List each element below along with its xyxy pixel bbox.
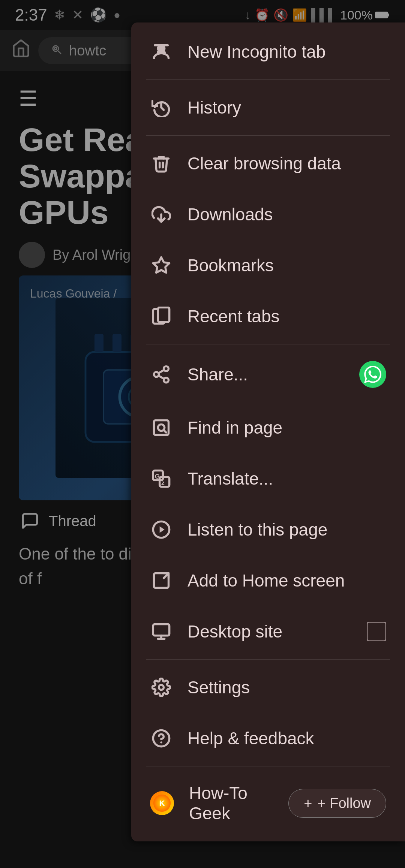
share-label: Share... [188,364,344,385]
divider-after-help [146,766,390,766]
dropdown-menu: New Incognito tab History Clear browsing… [131,22,405,841]
svg-rect-36 [153,624,169,636]
whatsapp-extra [359,361,386,388]
listen-label: Listen to this page [188,519,386,540]
divider-after-desktop [146,659,390,660]
bookmarks-label: Bookmarks [188,255,386,275]
menu-item-new-incognito-tab[interactable]: New Incognito tab [131,26,405,77]
help-icon [150,727,172,750]
history-icon [150,96,172,119]
recent-tabs-icon [150,305,172,328]
svg-line-23 [159,376,164,379]
divider-after-incognito [146,79,390,80]
svg-text:K: K [159,799,165,807]
incognito-icon [150,40,172,63]
help-feedback-label: Help & feedback [188,728,386,748]
svg-text:z: z [161,479,165,486]
add-home-label: Add to Home screen [188,570,386,591]
menu-item-clear-browsing-data[interactable]: Clear browsing data [131,138,405,189]
follow-button-container: + + Follow [288,789,386,818]
find-in-page-label: Find in page [188,418,386,438]
recent-tabs-label: Recent tabs [188,306,386,326]
svg-line-24 [159,370,164,373]
svg-rect-19 [158,307,169,322]
settings-label: Settings [188,677,386,697]
menu-item-listen[interactable]: Listen to this page [131,504,405,555]
history-label: History [188,97,386,118]
menu-item-recent-tabs[interactable]: Recent tabs [131,291,405,342]
svg-point-39 [159,685,164,690]
desktop-site-label: Desktop site [188,621,352,642]
translate-icon: G z [150,467,172,490]
add-home-icon [150,569,172,592]
menu-item-how-to-geek[interactable]: K How-To Geek + + Follow [131,769,405,838]
menu-item-bookmarks[interactable]: Bookmarks [131,240,405,291]
follow-button[interactable]: + + Follow [288,789,386,818]
listen-icon [150,518,172,541]
menu-item-share[interactable]: Share... [131,347,405,402]
menu-item-find-in-page[interactable]: Find in page [131,402,405,453]
divider-after-history [146,135,390,136]
share-icon [150,363,172,386]
star-icon [150,254,172,277]
menu-item-add-home[interactable]: Add to Home screen [131,555,405,606]
new-incognito-tab-label: New Incognito tab [188,42,386,62]
menu-item-desktop-site[interactable]: Desktop site [131,606,405,657]
trash-icon [150,152,172,175]
svg-marker-17 [153,257,169,272]
svg-marker-33 [160,526,165,533]
desktop-icon [150,620,172,643]
downloads-label: Downloads [188,204,386,224]
svg-line-27 [164,430,166,433]
how-to-geek-label: How-To Geek [189,783,273,823]
follow-label: + Follow [317,795,371,811]
download-icon [150,203,172,226]
menu-item-help-feedback[interactable]: Help & feedback [131,713,405,764]
menu-item-history[interactable]: History [131,82,405,133]
follow-plus-icon: + [304,795,312,811]
menu-item-downloads[interactable]: Downloads [131,189,405,240]
desktop-site-checkbox[interactable] [367,622,386,641]
find-icon [150,416,172,439]
divider-after-recent-tabs [146,344,390,344]
menu-item-settings[interactable]: Settings [131,662,405,713]
htg-logo-icon: K [150,791,174,815]
menu-item-translate[interactable]: G z Translate... [131,453,405,504]
translate-label: Translate... [188,468,386,489]
whatsapp-badge [359,361,386,388]
settings-icon [150,676,172,699]
clear-browsing-data-label: Clear browsing data [188,153,386,174]
